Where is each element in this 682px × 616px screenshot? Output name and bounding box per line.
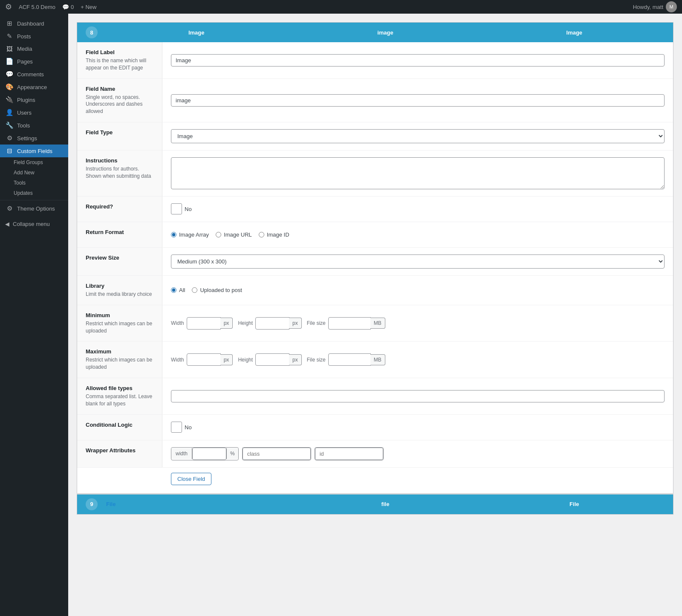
- conditional-logic-title: Conditional Logic: [86, 422, 155, 428]
- sidebar-sub-item-add-new[interactable]: Add New: [0, 168, 68, 178]
- maximum-measures: Width px Height px File size MB: [171, 353, 385, 366]
- wrapper-id-input[interactable]: [315, 448, 383, 460]
- field-name-input[interactable]: [171, 94, 665, 107]
- wrapper-width-unit-btn[interactable]: %: [226, 448, 238, 459]
- library-uploaded-to-post[interactable]: Uploaded to post: [192, 287, 242, 293]
- comments-bar-item[interactable]: 💬 0: [62, 4, 74, 10]
- library-title: Library: [86, 283, 155, 289]
- minimum-row: Minimum Restrict which images can be upl…: [77, 305, 673, 342]
- wrapper-id-group: [315, 447, 384, 460]
- comment-icon: 💬: [62, 4, 69, 10]
- field-type-row: Field Type Image: [77, 122, 673, 150]
- wrapper-class-input[interactable]: [243, 448, 311, 460]
- maximum-height-input[interactable]: [255, 353, 289, 366]
- wp-logo-icon[interactable]: ⚙: [5, 2, 12, 12]
- sidebar-item-theme-options[interactable]: ⚙ Theme Options: [0, 202, 68, 215]
- users-icon: 👤: [5, 109, 14, 116]
- minimum-filesize-unit: MB: [370, 318, 385, 329]
- collapse-icon: ◀: [5, 221, 9, 227]
- preview-size-row: Preview Size Medium (300 x 300): [77, 248, 673, 276]
- maximum-width-input[interactable]: [187, 353, 221, 366]
- library-all[interactable]: All: [171, 287, 185, 293]
- sidebar-item-dashboard[interactable]: ⊞ Dashboard: [0, 17, 68, 30]
- conditional-logic-checkbox[interactable]: [171, 422, 182, 433]
- sidebar-item-comments[interactable]: 💬 Comments: [0, 68, 68, 81]
- preview-size-select[interactable]: Medium (300 x 300): [171, 254, 665, 269]
- return-format-group: Image Array Image URL Image ID: [171, 231, 289, 238]
- custom-fields-icon: ⊟: [5, 147, 14, 155]
- minimum-filesize-group: File size MB: [307, 317, 385, 330]
- instructions-row: Instructions Instructions for authors. S…: [77, 150, 673, 197]
- allowed-file-types-title: Allowed file types: [86, 385, 155, 391]
- sidebar-item-posts[interactable]: ✎ Posts: [0, 30, 68, 43]
- field-label-desc: This is the name which will appear on th…: [86, 57, 155, 72]
- new-bar-item[interactable]: + New: [81, 4, 96, 10]
- sidebar-item-media[interactable]: 🖼 Media: [0, 43, 68, 55]
- return-format-url[interactable]: Image URL: [216, 231, 252, 238]
- sidebar-item-plugins[interactable]: 🔌 Plugins: [0, 93, 68, 106]
- return-format-id[interactable]: Image ID: [259, 231, 289, 238]
- return-format-array[interactable]: Image Array: [171, 231, 209, 238]
- field-name-desc: Single word, no spaces. Underscores and …: [86, 94, 155, 115]
- howdy-bar: Howdy, matt M: [633, 1, 677, 12]
- sidebar-item-pages[interactable]: 📄 Pages: [0, 55, 68, 68]
- return-format-title: Return Format: [86, 229, 155, 235]
- required-checkbox[interactable]: [171, 203, 182, 214]
- sidebar-item-appearance[interactable]: 🎨 Appearance: [0, 81, 68, 93]
- field-label-input[interactable]: [171, 54, 665, 67]
- plugins-icon: 🔌: [5, 96, 14, 104]
- maximum-title: Maximum: [86, 348, 155, 355]
- sidebar-sub-item-field-groups[interactable]: Field Groups: [0, 157, 68, 168]
- instructions-textarea[interactable]: [171, 157, 665, 189]
- minimum-measures: Width px Height px File size MB: [171, 317, 385, 330]
- avatar: M: [666, 1, 677, 12]
- sidebar-sub-item-tools[interactable]: Tools: [0, 178, 68, 188]
- media-icon: 🖼: [5, 45, 14, 52]
- minimum-title: Minimum: [86, 312, 155, 318]
- next-field-col2: file: [295, 501, 475, 507]
- sidebar-sub-item-updates[interactable]: Updates: [0, 188, 68, 198]
- return-format-row: Return Format Image Array Image URL: [77, 222, 673, 248]
- posts-icon: ✎: [5, 32, 14, 40]
- close-field-row: Close Field: [77, 468, 673, 493]
- next-field-col3: File: [484, 501, 665, 507]
- field-name-row: Field Name Single word, no spaces. Under…: [77, 79, 673, 122]
- maximum-filesize-input[interactable]: [328, 353, 371, 366]
- collapse-menu-button[interactable]: ◀ Collapse menu: [0, 218, 68, 230]
- wrapper-attributes-title: Wrapper Attributes: [86, 447, 155, 454]
- required-no-label: No: [185, 206, 192, 212]
- sidebar-item-tools[interactable]: 🔧 Tools: [0, 119, 68, 132]
- sidebar-item-users[interactable]: 👤 Users: [0, 106, 68, 119]
- settings-icon: ⚙: [5, 134, 14, 142]
- maximum-height-group: Height px: [238, 353, 301, 366]
- library-row: Library Limit the media library choice A…: [77, 276, 673, 305]
- close-field-button[interactable]: Close Field: [171, 473, 211, 485]
- instructions-desc: Instructions for authors. Shown when sub…: [86, 165, 155, 180]
- site-name[interactable]: ACF 5.0 Demo: [19, 4, 55, 10]
- maximum-width-group: Width px: [171, 353, 233, 366]
- wrapper-width-input[interactable]: [192, 448, 226, 460]
- field-type-select[interactable]: Image: [171, 129, 665, 143]
- field-number-9: 9: [86, 498, 98, 510]
- maximum-filesize-unit: MB: [370, 354, 385, 365]
- sidebar-item-settings[interactable]: ⚙ Settings: [0, 132, 68, 145]
- library-group: All Uploaded to post: [171, 287, 242, 293]
- field-card-8: 8 Image image Image Field Label This is …: [77, 22, 673, 494]
- maximum-filesize-label: File size: [307, 357, 326, 363]
- maximum-desc: Restrict which images can be uploaded: [86, 356, 155, 371]
- conditional-logic-toggle[interactable]: No: [171, 422, 192, 433]
- minimum-width-label: Width: [171, 320, 184, 326]
- minimum-desc: Restrict which images can be uploaded: [86, 320, 155, 335]
- minimum-width-input[interactable]: [187, 317, 221, 330]
- sidebar-item-custom-fields[interactable]: ⊟ Custom Fields: [0, 145, 68, 157]
- field-label-row: Field Label This is the name which will …: [77, 42, 673, 79]
- maximum-row: Maximum Restrict which images can be upl…: [77, 341, 673, 378]
- required-toggle[interactable]: No: [171, 203, 192, 214]
- wrapper-width-group: width %: [171, 447, 239, 460]
- minimum-filesize-input[interactable]: [328, 317, 371, 330]
- field-label-title: Field Label: [86, 49, 155, 55]
- wrapper-attributes-row: Wrapper Attributes width %: [77, 440, 673, 468]
- allowed-file-types-input[interactable]: [171, 390, 665, 402]
- appearance-icon: 🎨: [5, 83, 14, 91]
- minimum-height-input[interactable]: [255, 317, 289, 330]
